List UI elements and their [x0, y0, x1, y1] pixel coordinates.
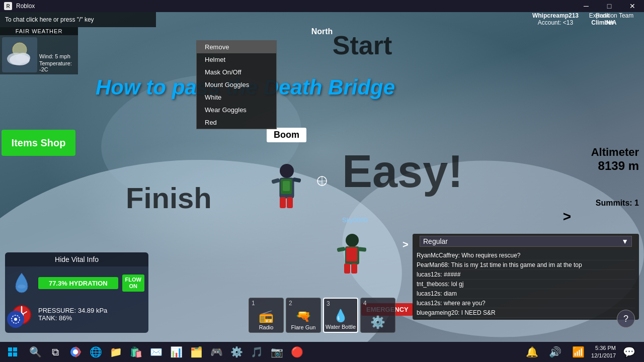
hotbar-slot-2[interactable]: 2 🔫 Flare Gun: [286, 298, 321, 333]
menu-red[interactable]: Red: [197, 116, 276, 129]
vital-header[interactable]: Hide Vital Info: [5, 252, 148, 266]
hotbar-slot-4[interactable]: 4 ⚙️: [360, 298, 395, 333]
start-label: Start: [333, 30, 392, 60]
menu-mount-goggles[interactable]: Mount Goggles: [197, 78, 276, 91]
pressure-value: PRESSURE: 34.89 kPa: [38, 307, 107, 314]
chat-message: lucas12s: #####: [417, 270, 635, 280]
edge-icon[interactable]: 🌐: [86, 342, 106, 362]
hotbar-slot-3[interactable]: 3 💧 Water Bottle: [323, 298, 358, 333]
roblox-taskbar-icon[interactable]: 🎮: [206, 342, 226, 362]
chrome-icon[interactable]: [65, 342, 86, 362]
water-icon: [9, 270, 34, 296]
compass-direction: North: [311, 27, 333, 36]
player-character: [267, 156, 307, 218]
slot-4-icon: ⚙️: [370, 315, 385, 329]
pressure-stats: PRESSURE: 34.89 kPa TANK: 86%: [38, 307, 107, 322]
chat-message: RyanMcCaffrey: Who requires rescue?: [417, 251, 635, 260]
chat-expand-arrow[interactable]: >: [403, 239, 409, 250]
system-clock: 5:36 PM 12/1/2017: [591, 344, 616, 360]
network-icon[interactable]: 📶: [568, 342, 588, 362]
slot-label-2: Flare Gun: [291, 324, 316, 330]
svg-rect-31: [13, 352, 17, 356]
finish-label: Finish: [126, 181, 212, 215]
minimize-button[interactable]: ─: [575, 0, 598, 12]
items-shop-button[interactable]: Items Shop: [2, 130, 75, 156]
slot-number-3: 3: [327, 300, 330, 307]
folder-icon[interactable]: 📁: [106, 342, 126, 362]
task-view-icon[interactable]: ⧉: [45, 342, 65, 362]
other-player-character: [332, 226, 372, 284]
expedition-info: Expedition Team N/A: [579, 12, 644, 26]
action-center-icon[interactable]: 💬: [619, 342, 639, 362]
account-info: Account: <13: [532, 19, 579, 26]
app13-icon[interactable]: 🔴: [287, 342, 307, 362]
menu-white[interactable]: White: [197, 91, 276, 104]
settings-button[interactable]: [7, 311, 24, 328]
svg-rect-12: [287, 197, 293, 208]
windows-start-button[interactable]: [0, 342, 25, 362]
hotbar: 1 📻 Radio 2 🔫 Flare Gun 3 💧 Water Bottle…: [249, 298, 395, 333]
svg-rect-18: [346, 247, 357, 261]
menu-mask-toggle[interactable]: Mask On/Off: [197, 66, 276, 78]
chat-dropdown-icon: ▼: [621, 237, 628, 245]
easy-label: Easy!: [342, 146, 463, 198]
app10-icon[interactable]: ⚙️: [226, 342, 247, 362]
volume-icon[interactable]: 🔊: [545, 342, 565, 362]
chat-placeholder: To chat click here or press "/" key: [5, 16, 94, 23]
chat-mode-select[interactable]: Regular ▼: [420, 236, 632, 247]
altimeter-panel: Altimeter 8139 m: [591, 146, 639, 173]
chat-bar[interactable]: To chat click here or press "/" key: [0, 12, 156, 27]
altimeter-value: 8139 m: [591, 159, 639, 173]
chat-mode-label: Regular: [423, 237, 448, 245]
profile-info: Whipcreamp213 Account: <13: [532, 12, 579, 26]
svg-rect-28: [8, 347, 12, 351]
pressure-section: PRESSURE: 34.89 kPa TANK: 86%: [5, 300, 148, 329]
chat-message: tnt_theboss: lol gj: [417, 280, 635, 289]
app11-icon[interactable]: 🎵: [247, 342, 267, 362]
svg-rect-14: [283, 181, 290, 191]
store-icon[interactable]: 🛍️: [126, 342, 146, 362]
title-bar: R Roblox ─ □ ✕: [0, 0, 644, 12]
maximize-button[interactable]: □: [598, 0, 621, 12]
weather-icon: [2, 37, 37, 72]
radio-icon: 📻: [259, 309, 274, 323]
chat-panel: Regular ▼ RyanMcCaffrey: Who requires re…: [413, 234, 639, 320]
app8-icon[interactable]: 🗂️: [186, 342, 206, 362]
search-icon[interactable]: 🔍: [25, 342, 45, 362]
slot-label-3: Water Bottle: [326, 324, 356, 330]
mail-icon[interactable]: ✉️: [146, 342, 166, 362]
chat-message: bluegameing20: I NEED S&R: [417, 308, 635, 318]
roblox-logo: R: [4, 2, 12, 10]
svg-rect-30: [8, 352, 12, 356]
hotbar-slot-1[interactable]: 1 📻 Radio: [249, 298, 284, 333]
app12-icon[interactable]: 📷: [267, 342, 287, 362]
close-button[interactable]: ✕: [621, 0, 644, 12]
slot-number-4: 4: [363, 300, 367, 307]
expedition-label: Expedition Team: [579, 12, 644, 19]
username: Whipcreamp213: [532, 12, 579, 19]
tank-value: TANK: 86%: [38, 314, 107, 322]
flare-gun-icon: 🔫: [296, 309, 311, 323]
clock-date: 12/1/2017: [591, 352, 616, 359]
help-button[interactable]: ?: [617, 310, 635, 328]
app7-icon[interactable]: 📊: [166, 342, 186, 362]
vital-content: 77.3% HYDRATION FLOW ON: [5, 266, 148, 300]
weather-content: Wind: 5 mph Temperature: -2C: [0, 35, 78, 74]
player-label: Sky0000: [342, 216, 368, 224]
slot-number-1: 1: [252, 300, 255, 307]
crosshair: [316, 175, 328, 187]
svg-rect-19: [344, 263, 350, 274]
wind-stat: Wind: 5 mph: [39, 53, 76, 59]
notifications-icon[interactable]: 🔔: [522, 342, 542, 362]
expedition-value: N/A: [579, 19, 644, 26]
menu-helmet[interactable]: Helmet: [197, 53, 276, 66]
menu-wear-goggles[interactable]: Wear Goggles: [197, 104, 276, 116]
context-menu: Remove Helmet Mask On/Off Mount Goggles …: [196, 40, 277, 129]
hydration-bar: 77.3% HYDRATION: [38, 277, 118, 289]
svg-point-3: [10, 54, 30, 65]
svg-rect-9: [271, 178, 280, 184]
clock-time: 5:36 PM: [591, 344, 616, 352]
svg-point-33: [73, 349, 78, 354]
vital-info-panel: Hide Vital Info 77.3% HYDRATION FLOW ON: [5, 252, 148, 333]
menu-remove[interactable]: Remove: [197, 41, 276, 53]
